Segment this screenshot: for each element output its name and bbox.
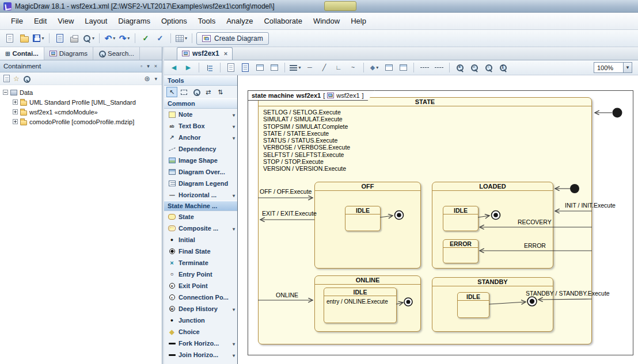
palette-item-entry-point[interactable]: ○Entry Point xyxy=(164,269,237,280)
palette-item-junction[interactable]: ●Junction xyxy=(164,315,237,326)
internal-transition[interactable]: SIMULAT / SIMULAT.Execute xyxy=(263,116,350,122)
state-OFF-IDLE[interactable]: IDLE xyxy=(345,206,381,231)
align-button[interactable] xyxy=(289,62,302,74)
zoom-combobox[interactable]: 100% xyxy=(594,62,624,73)
transition-label-error[interactable]: ERROR xyxy=(524,242,546,249)
palette-item-terminate[interactable]: ×Terminate xyxy=(164,257,237,269)
layout-templates-button[interactable] xyxy=(175,32,188,45)
palette-item-connection-point[interactable]: •Connection Po... xyxy=(164,292,237,303)
transition-label-online[interactable]: ONLINE xyxy=(276,292,298,298)
chevron-down-icon[interactable] xyxy=(232,122,235,129)
internal-transition[interactable]: STATUS / STATUS.Execute xyxy=(263,137,350,144)
state-STANDBY[interactable]: STANDBY IDLE xyxy=(432,277,553,332)
quick-find-icon[interactable] xyxy=(23,75,30,82)
dashed-path-button[interactable] xyxy=(418,62,431,74)
palette-item-dependency[interactable]: Dependency xyxy=(164,143,237,155)
state-OFF[interactable]: OFF IDLE xyxy=(314,182,421,269)
paste-button[interactable] xyxy=(239,62,252,74)
palette-item-join-horizontal[interactable]: Join Horizo... xyxy=(164,349,237,361)
tab-diagrams[interactable]: Diagrams xyxy=(44,47,93,60)
palette-item-image-shape[interactable]: Image Shape xyxy=(164,155,237,166)
tree-item-wsf2ex1[interactable]: wsf2ex1 «cmdoModule» xyxy=(0,107,162,117)
dependency-path-button[interactable] xyxy=(432,62,445,74)
marquee-tool-icon[interactable] xyxy=(179,87,189,97)
documents-icon[interactable] xyxy=(3,75,10,82)
palette-item-choice[interactable]: ◆Choice xyxy=(164,326,237,338)
state-LOADED-ERROR[interactable]: ERROR xyxy=(443,239,478,263)
close-panel-icon[interactable]: × xyxy=(153,63,158,69)
menu-tools[interactable]: Tools xyxy=(193,14,221,28)
tree-item-uml-standard-profile[interactable]: UML Standard Profile [UML_Standard xyxy=(0,97,162,107)
chevron-down-icon[interactable] xyxy=(232,305,235,312)
create-diagram-button[interactable]: Create Diagram xyxy=(196,32,269,45)
palette-item-note[interactable]: Note xyxy=(164,109,237,120)
diagram-canvas[interactable]: state machine wsf2ex1 [ wsf2ex1 ] STATE … xyxy=(238,75,638,364)
spelling-button[interactable]: ✓ xyxy=(154,32,166,45)
palette-item-text-box[interactable]: abText Box xyxy=(164,120,237,132)
menu-file[interactable]: File xyxy=(6,14,28,28)
save-project-button[interactable] xyxy=(32,32,45,45)
compartments-button[interactable] xyxy=(382,62,395,74)
internal-transition[interactable]: VERSION / VERSION.Execute xyxy=(263,165,350,172)
chevron-down-icon[interactable] xyxy=(232,134,235,141)
palette-item-horizontal-separator[interactable]: ----Horizontal ... xyxy=(164,189,237,201)
magnifier-tool-icon[interactable] xyxy=(191,87,202,97)
state-LOADED-IDLE[interactable]: IDLE xyxy=(443,206,478,231)
chevron-down-icon[interactable] xyxy=(232,340,235,347)
menu-edit[interactable]: Edit xyxy=(29,14,52,28)
expand-icon[interactable] xyxy=(13,109,18,114)
transition-label-exit[interactable]: EXIT / EXIT.Execute xyxy=(262,210,317,217)
zoom-fit-button[interactable]: ▫ xyxy=(483,62,495,74)
transition-label-off[interactable]: OFF / OFF.Execute xyxy=(260,188,312,195)
collapse-icon[interactable] xyxy=(3,90,8,95)
internal-transition[interactable]: SETLOG / SETLOG.Execute xyxy=(263,109,350,116)
palette-item-diagram-legend[interactable]: Diagram Legend xyxy=(164,178,237,189)
expand-icon[interactable] xyxy=(13,119,18,124)
chevron-down-icon[interactable] xyxy=(232,191,235,198)
palette-item-initial[interactable]: ●Initial xyxy=(164,234,237,246)
show-containment-button[interactable] xyxy=(203,62,216,74)
find-button[interactable] xyxy=(82,32,95,45)
menu-view[interactable]: View xyxy=(52,14,79,28)
pin-icon[interactable]: ▾ xyxy=(146,63,151,69)
tree-item-comodoprofile[interactable]: comodoProfile [comodoProfile.mdzip] xyxy=(0,117,162,127)
tab-search[interactable]: Search... xyxy=(93,47,140,60)
redo-button[interactable]: ↷ xyxy=(118,32,131,45)
distribute-horizontal-icon[interactable]: ⇄ xyxy=(203,87,214,97)
gear-icon[interactable]: ⊛ xyxy=(144,75,150,83)
validate-button[interactable]: ✓ xyxy=(139,32,152,45)
palette-item-state[interactable]: State xyxy=(164,211,237,223)
transition-label-recovery[interactable]: RECOVERY xyxy=(518,219,552,225)
menu-options[interactable]: Options xyxy=(156,14,192,28)
menu-layout[interactable]: Layout xyxy=(79,14,112,28)
pointer-tool-icon[interactable]: ↖ xyxy=(166,87,177,97)
internal-transition[interactable]: STATE / STATE.Execute xyxy=(263,130,350,137)
palette-item-anchor[interactable]: ↗Anchor xyxy=(164,132,237,143)
print-button[interactable] xyxy=(68,32,81,45)
frame-button[interactable] xyxy=(253,62,266,74)
transition-label-init[interactable]: INIT / INIT.Execute xyxy=(565,202,616,209)
rectilinear-line-button[interactable]: ∟ xyxy=(332,62,345,74)
copy-button[interactable] xyxy=(225,62,237,74)
favorites-icon[interactable]: ☆ xyxy=(13,75,20,83)
palette-item-exit-point[interactable]: ×Exit Point xyxy=(164,280,237,292)
internal-transition[interactable]: SELFTST / SELFTST.Execute xyxy=(263,151,350,158)
internal-transition[interactable]: STOPSIM / SIMULAT.Complete xyxy=(263,123,350,130)
curved-line-button[interactable]: ~ xyxy=(347,62,359,74)
tree-item-data[interactable]: Data xyxy=(0,87,162,97)
print-preview-button[interactable] xyxy=(54,32,66,45)
diagram-frame-header[interactable]: state machine wsf2ex1 [ wsf2ex1 ] xyxy=(248,90,375,101)
oblique-line-button[interactable]: ╱ xyxy=(318,62,331,74)
internal-transition[interactable]: VERBOSE / VERBOSE.Execute xyxy=(263,144,350,151)
stereotype-display-button[interactable] xyxy=(397,62,409,74)
tab-close-icon[interactable]: × xyxy=(224,50,227,57)
expand-icon[interactable] xyxy=(13,99,18,105)
state-ONLINE[interactable]: ONLINE IDLE entry / ONLINE.Execute xyxy=(314,275,421,332)
menu-analyze[interactable]: Analyze xyxy=(221,14,258,28)
entry-activity[interactable]: entry / ONLINE.Execute xyxy=(324,296,396,305)
palette-section-common[interactable]: Common xyxy=(164,98,237,109)
menu-window[interactable]: Window xyxy=(308,14,345,28)
line-tool-button[interactable]: ─ xyxy=(303,62,316,74)
palette-section-state-machine[interactable]: State Machine ... xyxy=(164,201,237,211)
open-project-button[interactable] xyxy=(18,32,31,45)
